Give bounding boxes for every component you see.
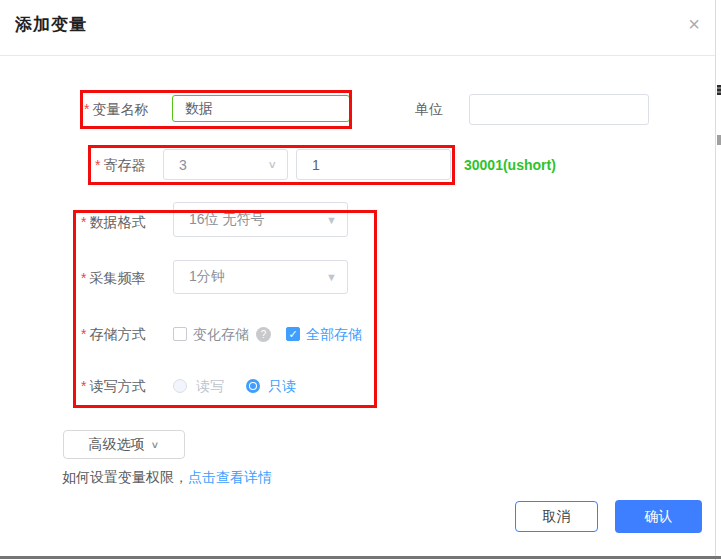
storage-mode-label-group: * 存储方式 bbox=[81, 326, 145, 344]
advanced-options-label: 高级选项 bbox=[89, 436, 145, 454]
help-question-icon[interactable]: ? bbox=[256, 327, 271, 342]
data-format-label: 数据格式 bbox=[89, 214, 145, 232]
required-asterisk: * bbox=[81, 326, 86, 344]
permission-help-line: 如何设置变量权限，点击查看详情 bbox=[62, 469, 272, 487]
required-asterisk: * bbox=[95, 157, 100, 175]
read-write-radio[interactable] bbox=[173, 379, 187, 393]
unit-input[interactable] bbox=[469, 94, 649, 125]
cancel-button[interactable]: 取消 bbox=[515, 501, 598, 532]
data-format-value: 16位 无符号 bbox=[189, 211, 326, 229]
background-artifact-grey bbox=[717, 135, 721, 145]
chevron-down-icon: ∨ bbox=[267, 159, 277, 171]
change-storage-checkbox[interactable] bbox=[173, 327, 187, 341]
read-only-radio-label[interactable]: 只读 bbox=[268, 378, 296, 396]
all-storage-checkbox-label[interactable]: 全部存储 bbox=[306, 326, 362, 344]
variable-name-label: 变量名称 bbox=[92, 101, 148, 119]
required-asterisk: * bbox=[81, 214, 86, 232]
advanced-options-button[interactable]: 高级选项 ∨ bbox=[63, 430, 185, 459]
all-storage-checkbox[interactable]: ✓ bbox=[286, 327, 300, 341]
change-storage-checkbox-label[interactable]: 变化存储 bbox=[193, 326, 249, 344]
permission-help-text: 如何设置变量权限， bbox=[62, 469, 188, 485]
close-icon[interactable]: × bbox=[682, 12, 706, 36]
data-format-label-group: * 数据格式 bbox=[81, 214, 145, 232]
register-address-hint: 30001(ushort) bbox=[464, 157, 556, 173]
add-variable-dialog: 添加变量 × * 变量名称 单位 * 寄存器 3 ∨ 30001(ushort)… bbox=[0, 0, 721, 560]
header-divider bbox=[0, 55, 716, 56]
register-label: 寄存器 bbox=[103, 157, 145, 175]
caret-down-icon: ▼ bbox=[326, 271, 337, 283]
check-icon: ✓ bbox=[288, 328, 297, 340]
data-format-select[interactable]: 16位 无符号 ▼ bbox=[173, 202, 348, 237]
collect-frequency-select[interactable]: 1分钟 ▼ bbox=[173, 260, 348, 294]
background-artifact-dark bbox=[717, 85, 721, 95]
storage-mode-label: 存储方式 bbox=[89, 326, 145, 344]
confirm-button[interactable]: 确认 bbox=[615, 500, 702, 533]
collect-frequency-label: 采集频率 bbox=[89, 270, 145, 288]
dialog-title: 添加变量 bbox=[15, 13, 87, 36]
read-only-radio[interactable] bbox=[246, 379, 260, 393]
caret-down-icon: ▼ bbox=[326, 214, 337, 226]
chevron-down-icon: ∨ bbox=[151, 439, 160, 450]
register-type-select[interactable]: 3 ∨ bbox=[163, 149, 288, 180]
variable-name-input[interactable] bbox=[172, 95, 350, 122]
dialog-right-edge bbox=[715, 0, 716, 560]
register-label-group: * 寄存器 bbox=[95, 157, 145, 175]
variable-name-label-group: * 变量名称 bbox=[84, 101, 148, 119]
window-bottom-edge bbox=[0, 556, 721, 559]
required-asterisk: * bbox=[81, 270, 86, 288]
read-write-radio-label[interactable]: 读写 bbox=[196, 378, 224, 396]
rw-mode-label: 读写方式 bbox=[89, 378, 145, 396]
required-asterisk: * bbox=[81, 378, 86, 396]
rw-mode-label-group: * 读写方式 bbox=[81, 378, 145, 396]
collect-frequency-value: 1分钟 bbox=[189, 268, 326, 286]
register-type-value: 3 bbox=[179, 157, 267, 173]
view-details-link[interactable]: 点击查看详情 bbox=[188, 469, 272, 485]
unit-label: 单位 bbox=[415, 101, 443, 119]
register-address-input[interactable] bbox=[296, 149, 451, 180]
required-asterisk: * bbox=[84, 101, 89, 119]
collect-frequency-label-group: * 采集频率 bbox=[81, 270, 145, 288]
